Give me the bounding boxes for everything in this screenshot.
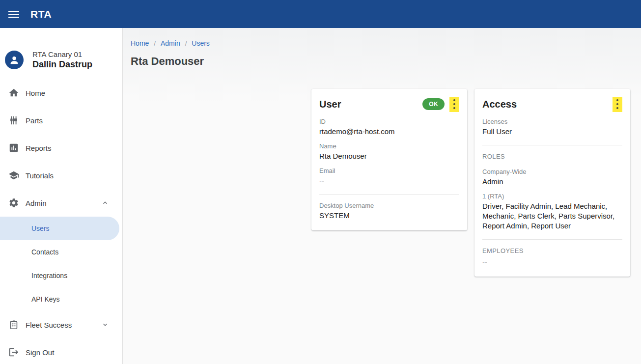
chevron-up-icon xyxy=(102,199,109,206)
sidebar-item-sign-out[interactable]: Sign Out xyxy=(0,338,122,364)
user-card-kebab-menu-icon[interactable] xyxy=(449,97,459,112)
card-divider xyxy=(319,194,459,195)
breadcrumb-home[interactable]: Home xyxy=(131,39,149,47)
field-value: Driver, Facility Admin, Lead Mechanic, M… xyxy=(482,201,622,231)
breadcrumb-users[interactable]: Users xyxy=(192,39,210,47)
field-value: Full User xyxy=(482,127,622,137)
chevron-down-icon xyxy=(102,321,109,328)
page-title: Rta Demouser xyxy=(131,55,630,68)
field-label: Name xyxy=(319,142,459,150)
field-label: 1 (RTA) xyxy=(482,193,622,200)
topbar: RTA xyxy=(0,0,641,28)
field-value: rtademo@rta-host.com xyxy=(319,127,459,137)
card-divider xyxy=(482,145,622,145)
sidebar: RTA Canary 01 Dallin Dastrup Home Parts … xyxy=(0,28,123,364)
admin-gear-icon xyxy=(8,197,20,209)
user-card: User OK ID rtademo@rta-host.com Name Rta… xyxy=(311,89,467,230)
status-badge: OK xyxy=(422,98,445,110)
field-id: ID rtademo@rta-host.com xyxy=(319,118,459,137)
breadcrumb-separator: / xyxy=(185,40,187,47)
sidebar-item-users[interactable]: Users xyxy=(0,217,119,240)
main-content: Home / Admin / Users Rta Demouser User O… xyxy=(123,28,641,364)
field-value: SYSTEM xyxy=(319,211,459,221)
sidebar-item-admin[interactable]: Admin xyxy=(0,189,122,217)
clipboard-list-icon xyxy=(8,319,20,331)
user-card-title: User xyxy=(319,99,341,110)
logout-icon xyxy=(8,346,20,358)
field-value: Rta Demouser xyxy=(319,151,459,161)
field-company-wide: Company-Wide Admin xyxy=(482,168,622,187)
field-label: Licenses xyxy=(482,118,622,126)
sidebar-item-label: Reports xyxy=(26,144,52,152)
access-card-title: Access xyxy=(482,99,517,110)
sidebar-subitem-label: Contacts xyxy=(31,248,58,256)
field-value: -- xyxy=(482,257,622,267)
sidebar-item-api-keys[interactable]: API Keys xyxy=(0,287,119,311)
sidebar-item-label: Parts xyxy=(26,116,43,125)
breadcrumb: Home / Admin / Users xyxy=(131,39,630,47)
field-name: Name Rta Demouser xyxy=(319,142,459,161)
sidebar-item-label: Fleet Success xyxy=(26,321,72,329)
field-licenses: Licenses Full User xyxy=(482,118,622,137)
field-label: Company-Wide xyxy=(482,168,622,176)
field-label: Desktop Username xyxy=(319,202,459,210)
sidebar-item-label: Sign Out xyxy=(26,348,54,357)
access-card: Access Licenses Full User ROLES Company-… xyxy=(474,89,630,277)
sidebar-item-tutorials[interactable]: Tutorials xyxy=(0,162,122,189)
sidebar-subitem-label: Users xyxy=(31,224,50,232)
field-value: -- xyxy=(319,176,459,186)
reports-chart-icon xyxy=(8,142,20,154)
access-card-kebab-menu-icon[interactable] xyxy=(613,97,622,112)
account-name: RTA Canary 01 xyxy=(32,50,92,59)
breadcrumb-separator: / xyxy=(154,40,156,47)
sidebar-item-parts[interactable]: Parts xyxy=(0,107,122,134)
employees-section-header: EMPLOYEES xyxy=(482,247,622,255)
sidebar-item-contacts[interactable]: Contacts xyxy=(0,240,119,264)
sidebar-item-label: Admin xyxy=(26,199,47,207)
breadcrumb-admin[interactable]: Admin xyxy=(161,39,180,47)
field-label: ID xyxy=(319,118,459,126)
field-rta-roles: 1 (RTA) Driver, Facility Admin, Lead Mec… xyxy=(482,193,622,231)
sidebar-subitem-label: API Keys xyxy=(31,295,60,303)
sidebar-item-label: Tutorials xyxy=(26,171,54,180)
app-logo[interactable]: RTA xyxy=(30,8,52,20)
home-icon xyxy=(8,87,20,99)
sidebar-item-integrations[interactable]: Integrations xyxy=(0,264,119,287)
field-value: Admin xyxy=(482,177,622,187)
profile-block[interactable]: RTA Canary 01 Dallin Dastrup xyxy=(0,28,122,79)
menu-hamburger-icon[interactable] xyxy=(8,8,20,20)
sidebar-item-reports[interactable]: Reports xyxy=(0,134,122,162)
sidebar-item-home[interactable]: Home xyxy=(0,79,122,107)
avatar xyxy=(5,51,24,69)
roles-section-header: ROLES xyxy=(482,153,622,161)
card-divider xyxy=(482,239,622,240)
field-email: Email -- xyxy=(319,167,459,186)
field-desktop-username: Desktop Username SYSTEM xyxy=(319,202,459,221)
tutorials-school-icon xyxy=(8,169,20,181)
sidebar-item-fleet-success[interactable]: Fleet Success xyxy=(0,311,122,338)
field-label: Email xyxy=(319,167,459,175)
user-name: Dallin Dastrup xyxy=(32,59,92,70)
sidebar-subitem-label: Integrations xyxy=(31,272,67,280)
sidebar-item-label: Home xyxy=(26,89,45,97)
parts-sliders-icon xyxy=(8,114,20,126)
